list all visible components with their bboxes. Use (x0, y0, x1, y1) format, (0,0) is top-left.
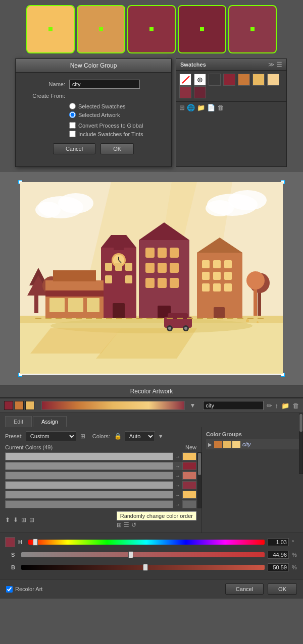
svg-rect-45 (202, 272, 210, 280)
new-color-box[interactable] (182, 500, 196, 508)
swatches-panel-menu-icon[interactable]: ☰ (277, 61, 282, 68)
swatch-item[interactable] (252, 74, 265, 86)
swatch-item[interactable] (209, 74, 221, 86)
current-color-bar[interactable] (5, 491, 173, 499)
swatches-show-types-icon[interactable]: 🌐 (187, 104, 195, 111)
randomly-tooltip: Randomly change color order (117, 511, 196, 520)
list-icon[interactable]: ☰ (124, 521, 129, 529)
brightness-thumb[interactable] (143, 564, 148, 571)
name-input[interactable] (69, 80, 140, 89)
top-swatch-3[interactable] (127, 5, 176, 53)
swatch-item[interactable] (194, 86, 206, 98)
svg-rect-50 (224, 283, 232, 291)
new-color-box[interactable] (182, 452, 196, 460)
saturation-thumb[interactable] (128, 551, 133, 558)
tab-edit[interactable]: Edit (5, 416, 32, 427)
color-group-name-input[interactable] (203, 401, 264, 410)
hue-thumb[interactable] (33, 539, 38, 546)
grid-icon[interactable]: ⊞ (117, 521, 122, 529)
color-groups-title: Color Groups (206, 431, 299, 437)
swatch-registration[interactable] (194, 74, 206, 86)
swatch-item[interactable] (179, 86, 191, 98)
svg-point-68 (228, 190, 267, 210)
top-swatch-2[interactable] (77, 5, 125, 53)
arrow-down-icon[interactable]: ⬇ (13, 516, 18, 523)
hue-track[interactable] (28, 540, 265, 545)
current-color-bar[interactable] (5, 472, 173, 480)
group-expand-arrow[interactable]: ▶ (208, 442, 212, 447)
right-scrollbar-thumb[interactable] (299, 414, 302, 432)
recolor-art-checkbox-row[interactable]: Recolor Art (6, 586, 42, 593)
saturation-track[interactable] (21, 552, 265, 557)
svg-rect-54 (45, 290, 104, 297)
preset-select[interactable]: Custom (26, 431, 76, 441)
folder-icon[interactable]: 📁 (281, 402, 289, 409)
preset-label: Preset: (5, 433, 23, 439)
scrollbar[interactable] (197, 452, 201, 508)
preset-options-icon[interactable]: ⊞ (80, 433, 85, 440)
recolor-panel: ▼ ✏ ↑ 📁 🗑 Edit Assign Preset: Custom ⊞ C… (0, 397, 303, 599)
save-icon[interactable]: ↑ (275, 402, 279, 409)
swatches-menu-icon[interactable]: ≫ (268, 61, 275, 68)
new-color-box[interactable] (182, 462, 196, 470)
top-swatch-5[interactable] (228, 5, 277, 53)
recolor-header-icons: ✏ ↑ 📁 🗑 (267, 402, 299, 409)
random-icon[interactable]: ↺ (131, 521, 136, 529)
colors-lock-icon[interactable]: 🔒 (114, 433, 122, 440)
current-colors-header: Current Colors (49) New (5, 444, 196, 450)
swatches-libraries-icon[interactable]: ⊞ (179, 104, 185, 111)
tab-assign[interactable]: Assign (33, 416, 67, 427)
delete-icon[interactable]: 🗑 (292, 402, 299, 409)
hue-value-input[interactable]: 1,03 (268, 538, 289, 546)
new-color-box[interactable] (182, 472, 196, 480)
new-color-box[interactable] (182, 481, 196, 489)
current-color-bar[interactable] (5, 481, 173, 489)
merge-icon[interactable]: ⊞ (21, 516, 26, 523)
right-scrollbar[interactable] (299, 414, 303, 474)
cancel-button[interactable]: Cancel (53, 143, 95, 154)
color-swatch-display[interactable] (5, 537, 15, 547)
recolor-art-checkbox[interactable] (6, 586, 13, 593)
top-swatch-1[interactable] (26, 5, 75, 53)
brightness-value-input[interactable]: 50,59 (268, 563, 289, 571)
svg-rect-51 (214, 307, 225, 318)
svg-rect-22 (105, 263, 112, 271)
svg-rect-57 (87, 298, 99, 312)
artwork-canvas-area[interactable] (0, 172, 303, 385)
color-row-3: → (5, 472, 196, 480)
swatches-new-swatch-icon[interactable]: 📄 (207, 104, 215, 111)
cancel-button[interactable]: Cancel (225, 583, 264, 595)
selected-artwork-option[interactable]: Selected Artwork (69, 111, 163, 118)
swatches-new-group-icon[interactable]: 📁 (197, 104, 205, 111)
dropdown-arrow[interactable]: ▼ (190, 402, 196, 409)
arrow-up-icon[interactable]: ⬆ (5, 516, 10, 523)
saturation-unit: % (292, 552, 298, 558)
edit-pencil-icon[interactable]: ✏ (267, 402, 272, 409)
split-icon[interactable]: ⊟ (29, 516, 34, 523)
swatch-handle (149, 27, 154, 31)
ok-button[interactable]: OK (100, 143, 134, 154)
colors-select[interactable]: Auto (125, 431, 155, 441)
current-color-bar[interactable] (5, 500, 173, 508)
current-color-bar[interactable] (5, 452, 173, 460)
new-color-box[interactable] (182, 491, 196, 499)
selected-swatches-option[interactable]: Selected Swatches (69, 103, 163, 109)
swatch-none[interactable] (179, 74, 191, 86)
colors-dropdown-arrow[interactable]: ▼ (158, 433, 164, 439)
swatch-item[interactable] (267, 74, 279, 86)
brightness-track[interactable] (21, 565, 265, 570)
top-swatch-4[interactable] (178, 5, 226, 53)
name-row: Name: (24, 80, 163, 89)
ok-button[interactable]: OK (268, 583, 297, 595)
convert-process-option[interactable]: Convert Process to Global (69, 122, 163, 129)
swatch-item[interactable] (238, 74, 250, 86)
current-color-bar[interactable] (5, 462, 173, 470)
swatch-item[interactable] (223, 74, 235, 86)
scrollbar-thumb[interactable] (198, 453, 201, 475)
color-group-item[interactable]: ▶ city (206, 439, 299, 449)
saturation-value-input[interactable]: 44,96 (268, 551, 289, 559)
swatches-delete-icon[interactable]: 🗑 (217, 104, 224, 111)
dialog-buttons: Cancel OK (24, 143, 163, 159)
include-tints-option[interactable]: Include Swatches for Tints (69, 131, 163, 137)
arrow-icon: → (175, 454, 180, 459)
